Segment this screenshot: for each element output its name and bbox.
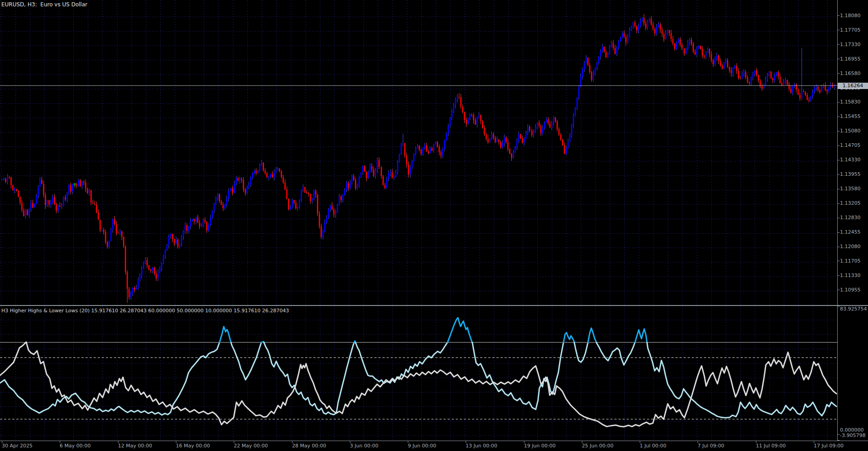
doji-candles bbox=[74, 183, 75, 187]
time-axis-label: 3 Jun 00:00 bbox=[350, 443, 378, 449]
time-axis-label: 17 Jul 09:00 bbox=[814, 443, 844, 449]
higher_highs-line bbox=[472, 343, 564, 409]
higher_highs-line bbox=[647, 343, 836, 418]
chart-canvas[interactable] bbox=[0, 0, 868, 451]
higher_highs-line bbox=[231, 343, 261, 380]
time-axis-label: 12 May 00:00 bbox=[118, 443, 152, 449]
price-axis-label: 1.12080 bbox=[840, 244, 861, 249]
mt5-chart-window: EURUSD, H3: Euro vs US Dollar H3 Higher … bbox=[0, 0, 868, 451]
time-axis-label: 25 Jun 00:00 bbox=[582, 443, 613, 449]
price-axis-label: 1.16580 bbox=[840, 70, 861, 76]
time-axis-label: 9 Jun 00:00 bbox=[408, 443, 436, 449]
price-axis-label: 1.13580 bbox=[840, 186, 861, 192]
price-axis-label: 1.15830 bbox=[840, 99, 861, 105]
price-axis-label: 1.14330 bbox=[840, 157, 861, 163]
price-axis-label: 1.10955 bbox=[840, 287, 861, 293]
time-axis-label: 7 Jul 09:00 bbox=[698, 443, 724, 449]
price-axis-label: 1.18080 bbox=[840, 13, 861, 19]
indicator-title: H3 Higher Highs & Lower Lows (20) 15.917… bbox=[1, 308, 289, 314]
time-axis-label: 19 Jun 00:00 bbox=[524, 443, 556, 449]
indicator-axis-label: -3.905798 bbox=[840, 432, 865, 438]
price-axis-label: 1.11705 bbox=[840, 258, 861, 264]
higher_highs-line bbox=[563, 333, 574, 343]
candlestick-series bbox=[1, 14, 835, 303]
bull-bodies bbox=[1, 18, 835, 298]
chart-title: EURUSD, H3: Euro vs US Dollar bbox=[1, 1, 87, 8]
time-axis-label: 16 May 00:00 bbox=[176, 443, 210, 449]
indicator-lines bbox=[0, 318, 836, 427]
price-axis-label: 1.17705 bbox=[840, 27, 861, 33]
higher_highs-line bbox=[355, 343, 447, 383]
higher_highs-line bbox=[588, 328, 596, 343]
price-axis-label: 1.15455 bbox=[840, 113, 861, 119]
price-axis-label: 1.17330 bbox=[840, 42, 861, 47]
price-axis-label: 1.11330 bbox=[840, 272, 861, 278]
higher_highs-line bbox=[448, 318, 472, 343]
price-axis-label: 1.13955 bbox=[840, 171, 861, 177]
price-axis-label: 1.13205 bbox=[840, 200, 861, 206]
price-axis-label: 1.16955 bbox=[840, 56, 861, 62]
current-price-badge: 1.16264 bbox=[838, 83, 868, 89]
indicator-levels bbox=[0, 343, 837, 419]
price-axis-label: 1.15080 bbox=[840, 128, 861, 134]
price-axis-label: 1.14705 bbox=[840, 142, 861, 148]
higher_highs-line bbox=[635, 329, 647, 343]
price-axis-label: 1.12830 bbox=[840, 215, 861, 221]
time-axis-label: 11 Jul 09:00 bbox=[756, 443, 786, 449]
lower_lows-line bbox=[0, 342, 836, 427]
price-axis-label: 1.12455 bbox=[840, 229, 861, 235]
higher_highs-line bbox=[596, 343, 635, 365]
time-axis-label: 13 Jun 00:00 bbox=[466, 443, 497, 449]
bear-bodies bbox=[5, 18, 833, 298]
bull-wicks bbox=[2, 17, 835, 300]
time-axis-label: 6 May 00:00 bbox=[60, 443, 90, 449]
window-frame bbox=[0, 0, 868, 443]
time-axis-label: 28 May 00:00 bbox=[292, 443, 326, 449]
time-axis-label: 30 Apr 2025 bbox=[2, 443, 33, 449]
time-axis-label: 1 Jul 00:00 bbox=[640, 443, 666, 449]
higher_highs-line bbox=[264, 343, 354, 415]
indicator-axis-label: 83.925754 bbox=[840, 306, 867, 312]
time-axis-label: 22 May 00:00 bbox=[234, 443, 268, 449]
bear-wicks bbox=[6, 14, 833, 303]
